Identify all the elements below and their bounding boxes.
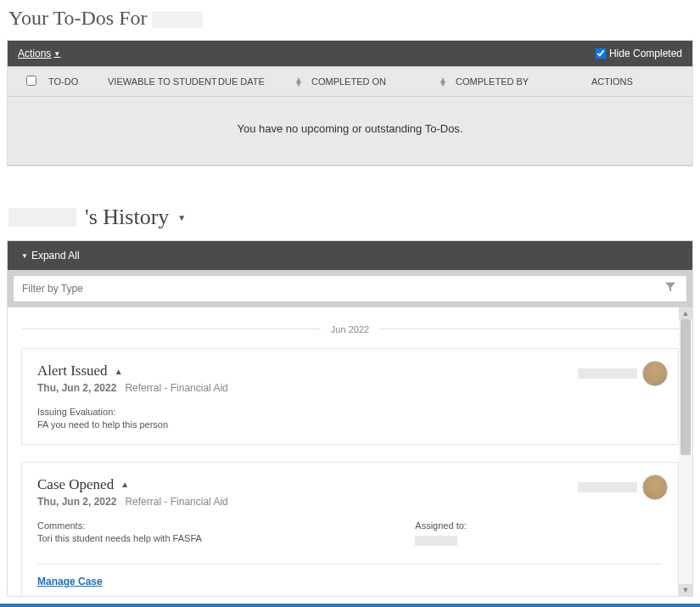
caret-down-icon: ▼ [53,50,60,58]
actions-dropdown[interactable]: Actions ▼ [18,48,60,59]
evaluation-text: FA you need to help this person [37,419,663,431]
card-title-row[interactable]: Alert Issued ▲ [37,363,663,379]
todos-toolbar: Actions ▼ Hide Completed [8,41,692,66]
hide-completed-label: Hide Completed [609,48,682,59]
history-card: Alert Issued ▲ Thu, Jun 2, 2022 Referral… [21,348,679,445]
assigned-to-value-redacted [415,536,457,546]
actions-label: Actions [18,48,51,59]
student-name-redacted [152,11,203,28]
funnel-icon[interactable] [665,283,675,295]
evaluation-label: Issuing Evaluation: [37,406,663,419]
card-title-row[interactable]: Case Opened ▲ [37,476,663,493]
history-scroll-area[interactable]: Jun 2022 Alert Issued ▲ Thu, Jun 2, 2022… [8,307,692,596]
hide-completed-checkbox[interactable] [596,48,606,59]
sort-icon[interactable]: ▲▼ [294,77,311,86]
history-card: Case Opened ▲ Thu, Jun 2, 2022 Referral … [21,462,679,596]
todos-panel: Actions ▼ Hide Completed TO-DO VIEWABLE … [7,40,693,166]
expand-all-button[interactable]: ▼ Expand All [8,241,692,270]
bottom-accent-bar [0,604,700,607]
scroll-thumb[interactable] [680,319,691,455]
hide-completed-toggle[interactable]: Hide Completed [596,48,682,59]
todos-heading: Your To-Dos For [0,0,700,40]
manage-case-link[interactable]: Manage Case [37,576,103,587]
history-heading[interactable]: 's History ▼ [0,166,700,240]
avatar-name-redacted [578,482,637,492]
month-label: Jun 2022 [321,324,379,334]
select-all-checkbox[interactable] [26,76,36,86]
card-date: Thu, Jun 2, 2022 [37,382,116,394]
todos-empty-message: You have no upcoming or outstanding To-D… [8,97,692,166]
todos-table-header: TO-DO VIEWABLE TO STUDENT DUE DATE ▲▼ CO… [8,66,692,97]
card-tag: Referral - Financial Aid [125,382,227,394]
card-title: Case Opened [37,476,114,493]
col-due-date[interactable]: DUE DATE [218,76,294,87]
filter-by-type-input[interactable] [13,275,687,302]
chevron-up-icon: ▲ [120,480,129,489]
scroll-down-icon[interactable]: ▼ [679,584,692,596]
comments-text: Tori this student needs help with FASFA [37,532,381,545]
divider [37,564,663,565]
col-actions: ACTIONS [591,76,686,87]
avatar-block [578,475,668,500]
col-todo: TO-DO [48,76,108,87]
card-body: Comments: Tori this student needs help w… [37,520,663,550]
card-date: Thu, Jun 2, 2022 [37,496,116,508]
avatar-block [578,361,668,386]
sort-icon[interactable]: ▲▼ [439,77,456,86]
scrollbar[interactable]: ▲ ▼ [679,307,692,596]
scroll-up-icon[interactable]: ▲ [679,307,692,319]
student-name-redacted [8,208,76,227]
col-completed-on[interactable]: COMPLETED ON [311,76,439,87]
avatar-icon [642,361,668,386]
col-completed-by: COMPLETED BY [456,76,591,87]
filter-bar [8,270,692,307]
col-viewable: VIEWABLE TO STUDENT [108,76,218,87]
todos-title-prefix: Your To-Dos For [8,7,147,29]
card-subtitle: Thu, Jun 2, 2022 Referral - Financial Ai… [37,496,663,508]
assigned-to-label: Assigned to: [415,520,467,532]
chevron-up-icon: ▲ [115,367,123,376]
card-tag: Referral - Financial Aid [125,496,227,508]
card-subtitle: Thu, Jun 2, 2022 Referral - Financial Ai… [37,382,663,394]
history-panel: ▼ Expand All Jun 2022 Alert Issued [7,240,693,597]
comments-label: Comments: [37,520,381,532]
caret-down-icon: ▼ [177,213,186,222]
card-body: Issuing Evaluation: FA you need to help … [37,406,663,432]
expand-all-label: Expand All [31,250,80,261]
month-divider: Jun 2022 [21,321,679,336]
avatar-name-redacted [578,368,637,379]
caret-down-icon: ▼ [21,252,28,260]
avatar-icon [642,475,668,500]
select-all-cell [14,76,48,87]
card-title: Alert Issued [37,363,108,379]
history-title-suffix: 's History [85,205,169,230]
